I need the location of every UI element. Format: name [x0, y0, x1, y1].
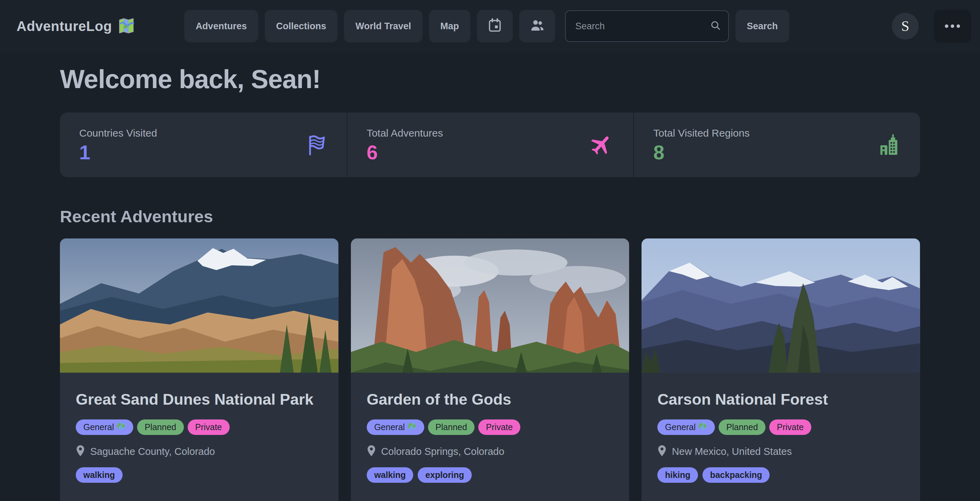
- tag-row: walking exploring: [367, 467, 614, 483]
- stat-value: 8: [653, 143, 749, 162]
- stat-countries-visited: Countries Visited 1: [60, 113, 347, 177]
- location-text: Saguache County, Colorado: [90, 446, 215, 457]
- location-row: Colorado Springs, Colorado: [367, 445, 614, 458]
- badge-row: General Planned Private: [367, 419, 614, 435]
- adventure-card-great-sand-dunes[interactable]: Great Sand Dunes National Park General P…: [60, 238, 339, 501]
- location-text: New Mexico, United States: [672, 446, 792, 457]
- location-pin-icon: [367, 445, 376, 458]
- stat-label: Countries Visited: [79, 127, 157, 139]
- nav-map-button[interactable]: Map: [429, 10, 470, 42]
- tag-row: walking: [76, 467, 323, 483]
- category-badge: General: [76, 419, 133, 435]
- nav-world-travel-button[interactable]: World Travel: [344, 10, 423, 42]
- location-pin-icon: [76, 445, 85, 458]
- card-title: Garden of the Gods: [367, 388, 614, 411]
- adventure-card-carson-national-forest[interactable]: Carson National Forest General Planned P…: [641, 238, 920, 501]
- adventure-card-garden-of-the-gods[interactable]: Garden of the Gods General Planned Priva…: [351, 238, 630, 501]
- avatar[interactable]: S: [892, 13, 919, 40]
- nav-links: Adventures Collections World Travel Map: [184, 10, 789, 42]
- location-row: New Mexico, United States: [657, 445, 904, 458]
- badge-row: General Planned Private: [657, 419, 904, 435]
- status-badge: Planned: [428, 419, 475, 435]
- category-badge: General: [367, 419, 424, 435]
- nav-adventures-button[interactable]: Adventures: [184, 10, 258, 42]
- card-title: Great Sand Dunes National Park: [76, 388, 323, 411]
- globe-icon: [408, 422, 417, 433]
- status-badge: Planned: [137, 419, 184, 435]
- recent-adventures-heading: Recent Adventures: [60, 207, 920, 226]
- stat-label: Total Adventures: [367, 127, 443, 139]
- activity-tag: walking: [367, 467, 414, 483]
- category-badge: General: [657, 419, 715, 435]
- search-icon: [710, 20, 721, 33]
- activity-tag: backpacking: [702, 467, 770, 483]
- activity-tag: hiking: [657, 467, 698, 483]
- search-button[interactable]: Search: [735, 10, 789, 42]
- card-title: Carson National Forest: [657, 388, 904, 411]
- snowy-mountains-forest-photo: [641, 238, 920, 373]
- location-text: Colorado Springs, Colorado: [381, 446, 504, 457]
- activity-tag: exploring: [418, 467, 472, 483]
- location-pin-icon: [657, 445, 667, 458]
- navbar: AdventureLog Adventures Collections Worl…: [0, 0, 980, 52]
- status-badge: Planned: [719, 419, 765, 435]
- visibility-badge: Private: [769, 419, 811, 435]
- navbar-right: S: [892, 10, 971, 43]
- shared-users-button[interactable]: [519, 10, 555, 42]
- search-input[interactable]: [565, 10, 729, 42]
- calendar-button[interactable]: [477, 10, 513, 42]
- tag-row: hiking backpacking: [657, 467, 904, 483]
- stat-total-adventures: Total Adventures 6: [347, 113, 633, 177]
- app-logo[interactable]: AdventureLog: [16, 16, 135, 36]
- navbar-search: [565, 10, 729, 42]
- ellipsis-icon: [945, 24, 960, 28]
- globe-icon: [117, 422, 126, 433]
- stat-value: 1: [79, 143, 157, 162]
- map-icon: [118, 16, 135, 36]
- stat-value: 6: [367, 143, 443, 162]
- overflow-menu-button[interactable]: [934, 10, 971, 43]
- users-icon: [529, 17, 545, 35]
- app-title: AdventureLog: [16, 19, 112, 34]
- airplane-icon: [589, 133, 614, 157]
- city-icon: [877, 133, 901, 157]
- page-title: Welcome back, Sean!: [60, 64, 920, 94]
- visibility-badge: Private: [478, 419, 520, 435]
- stat-label: Total Visited Regions: [653, 127, 749, 139]
- flag-icon: [305, 133, 328, 156]
- visibility-badge: Private: [188, 419, 230, 435]
- red-rock-spires-photo: [351, 238, 630, 373]
- badge-row: General Planned Private: [76, 419, 323, 435]
- calendar-icon: [487, 17, 503, 35]
- adventure-cards-grid: Great Sand Dunes National Park General P…: [60, 238, 920, 501]
- main-content: Welcome back, Sean! Countries Visited 1 …: [0, 64, 980, 501]
- stats-row: Countries Visited 1 Total Adventures 6: [60, 113, 920, 177]
- nav-collections-button[interactable]: Collections: [265, 10, 338, 42]
- globe-icon: [698, 422, 707, 433]
- location-row: Saguache County, Colorado: [76, 445, 323, 458]
- stat-total-visited-regions: Total Visited Regions 8: [633, 113, 920, 177]
- sand-dunes-photo: [60, 238, 339, 373]
- activity-tag: walking: [76, 467, 123, 483]
